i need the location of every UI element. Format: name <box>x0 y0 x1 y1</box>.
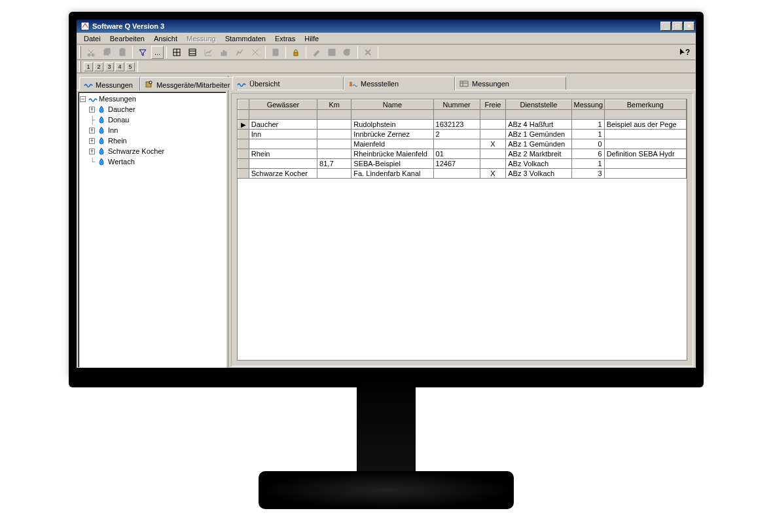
cell[interactable]: 1 <box>571 159 604 169</box>
lock-button[interactable] <box>289 46 303 59</box>
expand-icon[interactable]: + <box>89 149 95 154</box>
cell[interactable] <box>480 130 506 139</box>
chart1-button[interactable] <box>201 46 215 59</box>
view-5-button[interactable]: 5 <box>126 62 135 71</box>
cell[interactable]: 81,7 <box>317 159 351 169</box>
tree-view[interactable]: − Messungen +Daucher├Donau+Inn+Rhein+Sch… <box>78 92 226 368</box>
menu-extras[interactable]: Extras <box>270 34 300 43</box>
cell[interactable] <box>317 130 351 139</box>
cell[interactable]: X <box>480 139 506 149</box>
menu-bearbeiten[interactable]: Bearbeiten <box>105 34 149 43</box>
table-row[interactable]: Schwarze KocherFa. Lindenfarb KanalXABz … <box>238 169 687 179</box>
menu-stammdaten[interactable]: Stammdaten <box>221 34 270 43</box>
save-button[interactable] <box>325 46 339 59</box>
expand-icon[interactable]: + <box>89 107 95 113</box>
tree-item[interactable]: └Wertach <box>80 156 225 167</box>
row-indicator[interactable] <box>238 159 249 169</box>
row-indicator[interactable] <box>238 130 249 139</box>
cell[interactable]: Maienfeld <box>351 139 433 149</box>
cell[interactable]: 01 <box>433 149 480 159</box>
view-2-button[interactable]: 2 <box>94 62 103 71</box>
cell[interactable]: Schwarze Kocher <box>249 169 317 179</box>
cell[interactable]: Innbrücke Zernez <box>351 130 433 139</box>
view-3-button[interactable]: 3 <box>105 62 114 71</box>
tree-item[interactable]: ├Donau <box>80 115 225 125</box>
cell[interactable]: Fa. Lindenfarb Kanal <box>351 169 433 179</box>
tab-messstellen[interactable]: Messstellen <box>344 77 455 90</box>
row-indicator[interactable] <box>238 169 249 179</box>
cell[interactable]: ABz 2 Marktbreit <box>506 149 571 159</box>
tab-uebersicht[interactable]: Übersicht <box>232 77 344 90</box>
chart2-button[interactable] <box>217 46 231 59</box>
undo-button[interactable] <box>340 46 355 59</box>
cell[interactable]: 6 <box>571 149 604 159</box>
cell[interactable] <box>317 120 351 130</box>
view-4-button[interactable]: 4 <box>115 62 124 71</box>
column-header[interactable]: Messung <box>571 100 604 110</box>
copy-button[interactable] <box>99 46 114 59</box>
cell[interactable]: Inn <box>249 130 317 139</box>
chart3-button[interactable] <box>232 46 247 59</box>
collapse-icon[interactable]: − <box>80 96 86 102</box>
minimize-button[interactable]: _ <box>660 22 671 31</box>
table-row[interactable]: ▶DaucherRudolphstein1632123ABz 4 Haßfurt… <box>238 120 687 130</box>
data-grid[interactable]: GewässerKmNameNummerFreieDienststelleMes… <box>237 99 687 361</box>
context-help-button[interactable]: ? <box>677 46 692 59</box>
cell[interactable] <box>433 169 480 179</box>
column-header[interactable]: Km <box>317 100 351 110</box>
chart4-button[interactable] <box>248 46 262 59</box>
view-1-button[interactable]: 1 <box>84 62 93 71</box>
delete-button[interactable] <box>361 46 375 59</box>
cell[interactable]: 1632123 <box>433 120 480 130</box>
cell[interactable]: 12467 <box>433 159 480 169</box>
cell[interactable]: ABz Volkach <box>506 159 571 169</box>
cell[interactable]: Definition SEBA Hydr <box>604 149 686 159</box>
cell[interactable]: X <box>480 169 506 179</box>
grid1-button[interactable] <box>170 46 184 59</box>
cell[interactable]: 2 <box>433 130 480 139</box>
data-table[interactable]: GewässerKmNameNummerFreieDienststelleMes… <box>238 99 687 179</box>
cell[interactable]: ABz 4 Haßfurt <box>506 120 571 130</box>
menu-datei[interactable]: Datei <box>79 34 105 43</box>
cell[interactable]: 1 <box>571 120 604 130</box>
cell[interactable] <box>604 139 686 149</box>
paste-button[interactable] <box>115 46 130 59</box>
cell[interactable]: SEBA-Beispiel <box>351 159 433 169</box>
cell[interactable] <box>480 159 506 169</box>
cell[interactable]: 3 <box>571 169 604 179</box>
grid2-button[interactable] <box>185 46 200 59</box>
tree-item[interactable]: +Inn <box>80 125 225 135</box>
row-indicator[interactable] <box>238 149 249 159</box>
cell[interactable] <box>604 130 686 139</box>
column-header[interactable]: Dienststelle <box>506 100 571 110</box>
column-header[interactable]: Gewässer <box>249 100 317 110</box>
row-indicator[interactable]: ▶ <box>238 120 249 130</box>
cell[interactable]: ABz 1 Gemünden <box>506 130 571 139</box>
more-button[interactable]: ... <box>151 46 164 59</box>
filter-button[interactable] <box>135 46 150 59</box>
expand-icon[interactable]: + <box>89 138 95 144</box>
cell[interactable]: 1 <box>571 130 604 139</box>
cell[interactable]: ABz 1 Gemünden <box>506 139 571 149</box>
tab-messungen[interactable]: Messungen <box>79 77 140 91</box>
cut-button[interactable] <box>84 46 98 59</box>
cell[interactable] <box>249 159 317 169</box>
maximize-button[interactable]: □ <box>672 22 683 31</box>
cell[interactable]: Beispiel aus der Pege <box>604 120 686 130</box>
column-header[interactable]: Nummer <box>433 100 480 110</box>
table-row[interactable]: MaienfeldXABz 1 Gemünden0 <box>238 139 687 149</box>
cell[interactable]: ABz 3 Volkach <box>506 169 571 179</box>
cell[interactable] <box>317 139 351 149</box>
cell[interactable] <box>604 159 686 169</box>
row-indicator[interactable] <box>238 139 249 149</box>
cell[interactable] <box>317 149 351 159</box>
tree-root[interactable]: − Messungen <box>80 94 225 104</box>
toolbar-grip-2[interactable] <box>79 61 81 73</box>
cell[interactable] <box>480 120 506 130</box>
cell[interactable] <box>433 139 480 149</box>
cell[interactable]: Daucher <box>249 120 317 130</box>
column-header[interactable]: Name <box>351 100 433 110</box>
edit-button[interactable] <box>309 46 323 59</box>
tree-item[interactable]: +Daucher <box>80 104 225 115</box>
tab-messungen-right[interactable]: Messungen <box>455 77 566 90</box>
